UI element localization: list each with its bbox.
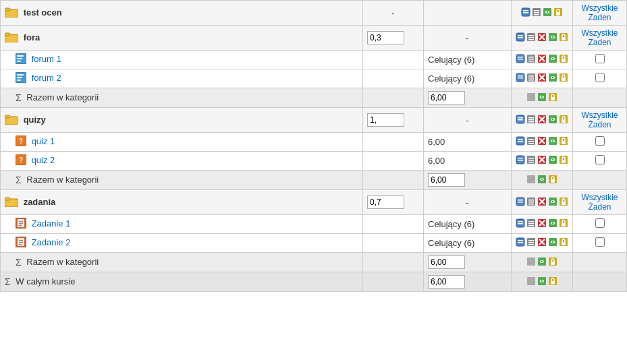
- delete-icon[interactable]: [537, 73, 547, 84]
- select-cell[interactable]: [573, 133, 627, 152]
- eye-icon[interactable]: [537, 276, 547, 288]
- move-icon[interactable]: [526, 197, 536, 208]
- weight-cell[interactable]: [363, 108, 424, 133]
- select-all-link[interactable]: Wszystkie: [577, 28, 622, 38]
- weight-cell[interactable]: [363, 190, 424, 215]
- item-link[interactable]: Zadanie 1: [32, 218, 71, 229]
- move-icon[interactable]: [526, 32, 536, 44]
- edit-icon[interactable]: [516, 237, 525, 249]
- svg-rect-156: [518, 223, 523, 224]
- item-link[interactable]: forum 2: [32, 73, 61, 83]
- row-checkbox[interactable]: [595, 54, 605, 63]
- grade-cell[interactable]: [424, 88, 512, 108]
- lock-icon[interactable]: [553, 7, 563, 19]
- item-link[interactable]: quiz 1: [32, 136, 55, 146]
- eye-icon[interactable]: [537, 175, 547, 186]
- select-cell[interactable]: [573, 215, 627, 234]
- select-cell[interactable]: [573, 69, 627, 88]
- move-icon[interactable]: [526, 155, 536, 166]
- eye-icon[interactable]: [537, 92, 547, 104]
- lock-icon[interactable]: [548, 175, 557, 186]
- weight-cell[interactable]: [363, 26, 424, 51]
- move-icon[interactable]: [526, 136, 536, 148]
- grade-input[interactable]: [428, 255, 465, 269]
- select-cell[interactable]: [573, 51, 627, 69]
- select-all-link[interactable]: Wszystkie: [577, 111, 622, 120]
- delete-icon[interactable]: [537, 136, 547, 148]
- eye-icon[interactable]: [548, 155, 557, 166]
- row-checkbox[interactable]: [595, 237, 605, 247]
- item-link[interactable]: forum 1: [32, 54, 61, 64]
- move-icon[interactable]: [526, 115, 536, 126]
- item-link[interactable]: quiz 2: [32, 155, 55, 165]
- item-link[interactable]: Zadanie 2: [32, 237, 71, 247]
- select-cell[interactable]: [573, 152, 627, 171]
- weight-input[interactable]: [367, 31, 404, 44]
- weight-input[interactable]: [367, 195, 404, 209]
- lock-icon[interactable]: [559, 136, 568, 148]
- move-icon[interactable]: [526, 218, 536, 230]
- delete-icon[interactable]: [537, 54, 547, 65]
- edit-icon[interactable]: [521, 7, 530, 19]
- delete-icon[interactable]: [537, 115, 547, 126]
- edit-icon[interactable]: [516, 155, 525, 166]
- eye-icon[interactable]: [537, 257, 547, 268]
- grade-cell[interactable]: [424, 171, 512, 190]
- edit-icon[interactable]: [516, 197, 525, 208]
- select-none-link[interactable]: Żaden: [577, 120, 622, 129]
- row-checkbox[interactable]: [595, 136, 605, 146]
- eye-icon[interactable]: [543, 7, 552, 19]
- delete-icon[interactable]: [537, 237, 547, 249]
- edit-icon[interactable]: [516, 32, 525, 44]
- row-checkbox[interactable]: [595, 155, 605, 164]
- select-all-link[interactable]: Wszystkie: [577, 193, 622, 202]
- svg-point-198: [541, 280, 543, 281]
- lock-icon[interactable]: [559, 54, 568, 65]
- eye-icon[interactable]: [548, 115, 557, 126]
- grade-input[interactable]: [428, 275, 465, 289]
- delete-icon[interactable]: [537, 197, 547, 208]
- eye-icon[interactable]: [548, 218, 557, 230]
- lock-icon[interactable]: [559, 73, 568, 84]
- grade-cell[interactable]: [424, 272, 512, 292]
- grade-cell[interactable]: [424, 253, 512, 272]
- lock-icon[interactable]: [559, 155, 568, 166]
- delete-icon[interactable]: [537, 32, 547, 44]
- eye-icon[interactable]: [548, 136, 557, 148]
- lock-icon[interactable]: [559, 218, 568, 230]
- lock-icon[interactable]: [548, 92, 557, 104]
- eye-icon[interactable]: [548, 197, 557, 208]
- lock-icon[interactable]: [559, 237, 568, 249]
- lock-icon[interactable]: [548, 276, 557, 288]
- edit-icon[interactable]: [516, 54, 525, 65]
- move-icon[interactable]: [526, 237, 536, 249]
- svg-rect-155: [518, 221, 523, 222]
- select-none-link[interactable]: Żaden: [577, 202, 622, 212]
- lock-icon[interactable]: [559, 115, 568, 126]
- weight-input[interactable]: [367, 113, 404, 127]
- row-checkbox[interactable]: [595, 218, 605, 228]
- row-checkbox[interactable]: [595, 73, 605, 82]
- edit-icon[interactable]: [516, 136, 525, 148]
- lock-icon[interactable]: [548, 257, 557, 268]
- edit-icon[interactable]: [516, 73, 525, 84]
- select-none-link[interactable]: Żaden: [577, 13, 622, 22]
- select-all-link[interactable]: Wszystkie: [577, 3, 622, 13]
- move-icon[interactable]: [526, 73, 536, 84]
- edit-icon[interactable]: [516, 115, 525, 126]
- eye-icon[interactable]: [548, 54, 557, 65]
- edit-icon[interactable]: [516, 218, 525, 230]
- delete-icon[interactable]: [537, 155, 547, 166]
- grade-input[interactable]: [428, 173, 465, 187]
- lock-icon[interactable]: [559, 197, 568, 208]
- select-none-link[interactable]: Żaden: [577, 38, 622, 47]
- eye-icon[interactable]: [548, 237, 557, 249]
- eye-icon[interactable]: [548, 32, 557, 44]
- delete-icon[interactable]: [537, 218, 547, 230]
- grade-input[interactable]: [428, 91, 465, 104]
- move-icon[interactable]: [526, 54, 536, 65]
- bars-icon[interactable]: [532, 7, 541, 19]
- eye-icon[interactable]: [548, 73, 557, 84]
- select-cell[interactable]: [573, 234, 627, 253]
- lock-icon[interactable]: [559, 32, 568, 44]
